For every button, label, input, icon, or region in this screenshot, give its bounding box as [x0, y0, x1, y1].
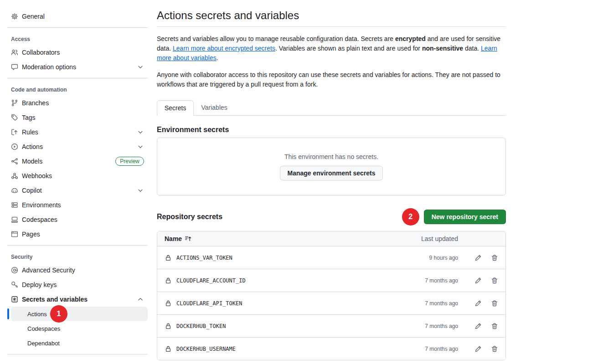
sidebar-subitem-codespaces[interactable]: Codespaces: [11, 321, 148, 336]
sidebar-item-collaborators[interactable]: Collaborators: [7, 45, 148, 60]
gear-icon: [11, 13, 18, 20]
sidebar-item-general[interactable]: General: [7, 9, 148, 24]
sidebar-item-models[interactable]: Models Preview: [7, 154, 148, 169]
sidebar-item-webhooks[interactable]: Webhooks: [7, 169, 148, 183]
repository-secrets-table: Name Last updated ACTIONS_VAR_TOKEN 9 ho…: [157, 231, 506, 360]
lock-icon: [165, 323, 172, 330]
secret-row: DOCKERHUB_USERNAME 7 months ago: [157, 337, 505, 360]
secret-updated: 7 months ago: [408, 277, 458, 284]
tab-variables[interactable]: Variables: [194, 100, 234, 115]
sidebar-item-codespaces[interactable]: Codespaces: [7, 212, 148, 227]
sidebar-item-pages[interactable]: Pages: [7, 227, 148, 241]
sidebar-item-label: Models: [22, 158, 112, 165]
collaborator-access-note: Anyone with collaborator access to this …: [157, 70, 506, 89]
sidebar-item-label: Environments: [22, 201, 144, 209]
sidebar-subitem-label: Dependabot: [27, 340, 60, 347]
edit-secret-button[interactable]: [474, 254, 482, 261]
webhook-icon: [11, 172, 18, 179]
sidebar-item-label: Branches: [22, 99, 144, 107]
browser-icon: [11, 231, 18, 238]
sidebar-item-label: Codespaces: [22, 216, 144, 223]
secret-row: ACTIONS_VAR_TOKEN 9 hours ago: [157, 246, 505, 269]
edit-secret-button[interactable]: [474, 300, 482, 307]
settings-sidebar: General Access Collaborators Moderation …: [0, 0, 155, 364]
sidebar-item-tags[interactable]: Tags: [7, 110, 148, 125]
sidebar-item-label: General: [22, 13, 144, 20]
secret-row: CLOUDFLARE_API_TOKEN 7 months ago: [157, 292, 505, 314]
delete-secret-button[interactable]: [491, 300, 498, 307]
git-branch-icon: [11, 99, 18, 107]
main-content: Actions secrets and variables Secrets an…: [157, 0, 506, 364]
play-icon: [11, 143, 18, 150]
secret-updated: 9 hours ago: [408, 255, 458, 261]
encrypted-secrets-link[interactable]: Learn more about encrypted secrets: [173, 45, 275, 52]
sidebar-section-code-automation: Code and automation: [7, 82, 148, 96]
trash-icon: [491, 300, 498, 307]
lock-icon: [165, 345, 172, 353]
sidebar-item-label: Webhooks: [22, 172, 144, 179]
manage-environment-secrets-button[interactable]: Manage environment secrets: [280, 166, 383, 180]
chevron-up-icon: [137, 296, 144, 303]
secret-row: DOCKERHUB_TOKEN 7 months ago: [157, 314, 505, 337]
delete-secret-button[interactable]: [491, 254, 498, 261]
lock-icon: [165, 254, 172, 261]
sidebar-item-secrets-and-variables[interactable]: Secrets and variables: [7, 292, 148, 307]
intro-text: data.: [463, 45, 481, 52]
sidebar-divider: [7, 78, 148, 78]
sidebar-subitem-actions[interactable]: Actions 1: [11, 307, 148, 321]
edit-secret-button[interactable]: [474, 277, 482, 284]
edit-secret-button[interactable]: [474, 323, 482, 330]
secret-name: CLOUDFLARE_ACCOUNT_ID: [176, 277, 246, 284]
sort-by-name[interactable]: Name: [165, 235, 408, 242]
trash-icon: [491, 254, 498, 261]
selected-accent-bar: [7, 308, 9, 319]
secret-updated: 7 months ago: [408, 323, 458, 329]
repository-secrets-header: Repository secrets 2 New repository secr…: [157, 208, 506, 226]
sidebar-item-branches[interactable]: Branches: [7, 96, 148, 110]
annotation-step-2: 2: [402, 208, 419, 226]
models-icon: [11, 158, 18, 165]
lock-icon: [165, 300, 172, 307]
preview-badge: Preview: [115, 157, 144, 166]
secret-name: ACTIONS_VAR_TOKEN: [176, 255, 232, 261]
sidebar-item-label: Pages: [22, 231, 144, 238]
sidebar-item-actions[interactable]: Actions: [7, 139, 148, 154]
sidebar-item-rules[interactable]: Rules: [7, 125, 148, 139]
sidebar-item-environments[interactable]: Environments: [7, 198, 148, 212]
page-title: Actions secrets and variables: [157, 9, 506, 27]
delete-secret-button[interactable]: [491, 277, 498, 284]
key-icon: [11, 281, 18, 288]
chevron-down-icon: [137, 187, 144, 194]
name-column-header: Name: [165, 235, 182, 242]
delete-secret-button[interactable]: [491, 345, 498, 353]
edit-secret-button[interactable]: [474, 345, 482, 353]
sidebar-item-copilot[interactable]: Copilot: [7, 183, 148, 198]
trash-icon: [491, 323, 498, 330]
delete-secret-button[interactable]: [491, 323, 498, 330]
sidebar-item-label: Rules: [22, 128, 133, 136]
non-sensitive-emphasis: non-sensitive: [422, 45, 463, 52]
sidebar-item-label: Copilot: [22, 187, 133, 194]
environment-secrets-empty-message: This environment has no secrets.: [284, 153, 378, 160]
new-repository-secret-button[interactable]: New repository secret: [424, 210, 506, 224]
chevron-down-icon: [137, 143, 144, 150]
pencil-icon: [474, 277, 482, 284]
sidebar-section-security: Security: [7, 249, 148, 263]
sidebar-item-deploy-keys[interactable]: Deploy keys: [7, 277, 148, 292]
intro-paragraph: Secrets and variables allow you to manag…: [157, 34, 506, 63]
secret-updated: 7 months ago: [408, 346, 458, 352]
tab-secrets[interactable]: Secrets: [157, 100, 194, 116]
secrets-variables-tabnav: Secrets Variables: [157, 100, 506, 116]
sidebar-item-label: Deploy keys: [22, 281, 144, 288]
sidebar-item-moderation-options[interactable]: Moderation options: [7, 60, 148, 74]
pencil-icon: [474, 300, 482, 307]
pencil-icon: [474, 323, 482, 330]
sidebar-subitem-dependabot[interactable]: Dependabot: [11, 336, 148, 350]
masked-asterisk-icon: [11, 296, 18, 303]
sidebar-item-advanced-security[interactable]: Advanced Security: [7, 263, 148, 277]
settings-page: General Access Collaborators Moderation …: [0, 0, 598, 364]
sidebar-item-label: Collaborators: [22, 49, 144, 56]
lock-icon: [165, 277, 172, 284]
repository-secrets-heading: Repository secrets: [157, 213, 222, 221]
secret-row: CLOUDFLARE_ACCOUNT_ID 7 months ago: [157, 269, 505, 292]
